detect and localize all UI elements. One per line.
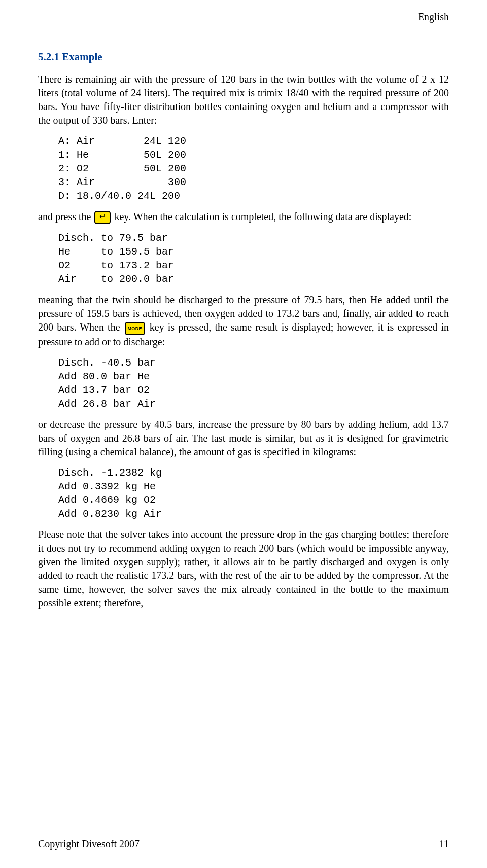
paragraph-note: Please note that the solver takes into a… <box>38 528 449 610</box>
paragraph-intro: There is remaining air with the pressure… <box>38 73 449 127</box>
paragraph-press-key: and press the key. When the calculation … <box>38 210 449 224</box>
mode-key-icon <box>125 322 145 335</box>
output-block-3: Disch. -1.2382 kg Add 0.3392 kg He Add 0… <box>58 466 449 521</box>
input-code-block: A: Air 24L 120 1: He 50L 200 2: O2 50L 2… <box>58 134 449 203</box>
paragraph-meaning: meaning that the twin should be discharg… <box>38 293 449 348</box>
enter-key-icon <box>94 211 111 224</box>
paragraph-decrease: or decrease the pressure by 40.5 bars, i… <box>38 418 449 459</box>
footer-copyright: Copyright Divesoft 2007 <box>38 838 140 850</box>
output-block-1: Disch. to 79.5 bar He to 159.5 bar O2 to… <box>58 231 449 286</box>
output-block-2: Disch. -40.5 bar Add 80.0 bar He Add 13.… <box>58 356 449 411</box>
text-segment: key. When the calculation is completed, … <box>112 211 411 222</box>
page-footer: Copyright Divesoft 2007 11 <box>38 838 449 850</box>
text-segment: and press the <box>38 211 93 222</box>
header-language: English <box>418 11 449 23</box>
document-page: English 5.2.1 Example There is remaining… <box>0 0 487 868</box>
section-heading: 5.2.1 Example <box>38 51 449 63</box>
footer-page-number: 11 <box>439 838 449 850</box>
